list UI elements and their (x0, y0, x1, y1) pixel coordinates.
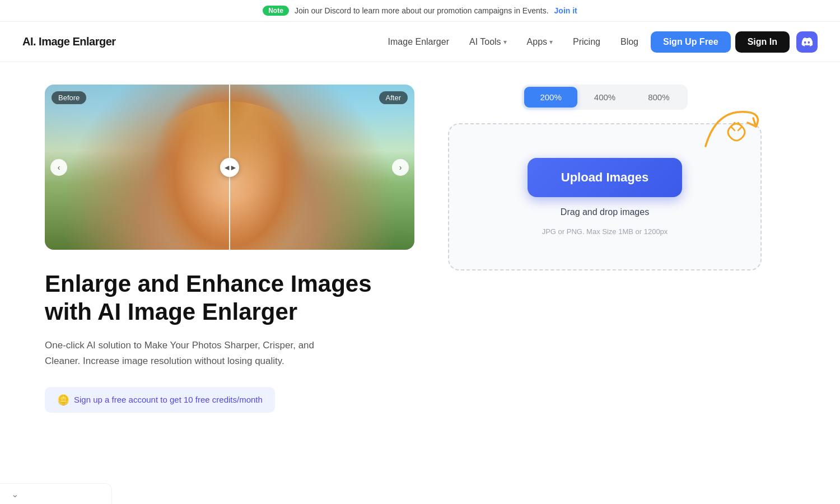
free-credits-cta[interactable]: 🪙 Sign up a free account to get 10 free … (45, 387, 275, 413)
discord-icon[interactable] (796, 31, 818, 53)
navbar: AI. Image Enlarger Image Enlarger AI Too… (0, 22, 840, 62)
logo[interactable]: AI. Image Enlarger (22, 35, 116, 48)
nav-link-blog[interactable]: Blog (613, 32, 646, 52)
upload-dropzone[interactable]: Upload Images Drag and drop images JPG o… (448, 123, 762, 270)
cta-label: Sign up a free account to get 10 free cr… (74, 395, 263, 404)
bottom-collapse-bar[interactable]: ⌄ (0, 483, 112, 504)
before-badge: Before (52, 91, 86, 104)
nav-item-apps[interactable]: Apps ▾ (519, 32, 561, 52)
next-arrow-icon[interactable]: › (392, 159, 409, 176)
nav-links: Image Enlarger AI Tools ▾ Apps ▾ Pricing… (380, 31, 818, 53)
image-comparison: Before After ◄► ‹ › (45, 85, 414, 250)
scale-200-button[interactable]: 200% (524, 87, 577, 108)
file-format-hint: JPG or PNG. Max Size 1MB or 1200px (542, 227, 668, 236)
comparison-divider-handle[interactable]: ◄► (220, 158, 239, 177)
nav-link-apps[interactable]: Apps ▾ (519, 32, 561, 52)
hero-description: One-click AI solution to Make Your Photo… (45, 338, 336, 369)
nav-item-discord[interactable] (794, 31, 818, 53)
upload-images-button[interactable]: Upload Images (528, 158, 682, 197)
nav-item-blog[interactable]: Blog (613, 32, 646, 52)
prev-arrow-icon[interactable]: ‹ (50, 159, 67, 176)
signup-button[interactable]: Sign Up Free (651, 31, 731, 53)
apps-chevron-icon: ▾ (549, 38, 553, 46)
nav-item-signup[interactable]: Sign Up Free (651, 31, 731, 53)
announcement-bar: Note Join our Discord to learn more abou… (0, 0, 840, 22)
signin-button[interactable]: Sign In (735, 31, 790, 53)
nav-link-ai-tools[interactable]: AI Tools ▾ (461, 32, 515, 52)
announcement-message: Join our Discord to learn more about our… (295, 6, 549, 15)
nav-link-image-enlarger[interactable]: Image Enlarger (380, 32, 457, 52)
join-link[interactable]: Join it (554, 6, 577, 15)
comparison-arrows-icon: ◄► (223, 163, 236, 172)
hero-title: Enlarge and Enhance Images with AI Image… (45, 270, 414, 326)
left-side: Before After ◄► ‹ › Enlarge and Enhance … (45, 85, 414, 432)
nav-item-image-enlarger[interactable]: Image Enlarger (380, 32, 457, 52)
nav-item-pricing[interactable]: Pricing (565, 32, 608, 52)
right-side: 200% 400% 800% Upload Images Drag and dr… (448, 85, 762, 432)
nav-item-signin[interactable]: Sign In (735, 31, 790, 53)
nav-link-pricing[interactable]: Pricing (565, 32, 608, 52)
scale-400-button[interactable]: 400% (578, 87, 631, 108)
chevron-down-icon: ⌄ (9, 488, 20, 500)
scale-800-button[interactable]: 800% (632, 87, 685, 108)
ai-tools-chevron-icon: ▾ (503, 38, 507, 46)
note-badge: Note (263, 6, 289, 16)
main-content: Before After ◄► ‹ › Enlarge and Enhance … (0, 62, 840, 454)
drag-drop-label: Drag and drop images (561, 207, 649, 217)
nav-item-ai-tools[interactable]: AI Tools ▾ (461, 32, 515, 52)
coins-icon: 🪙 (57, 394, 69, 406)
after-badge: After (379, 91, 408, 104)
scale-buttons-group: 200% 400% 800% (522, 85, 687, 110)
